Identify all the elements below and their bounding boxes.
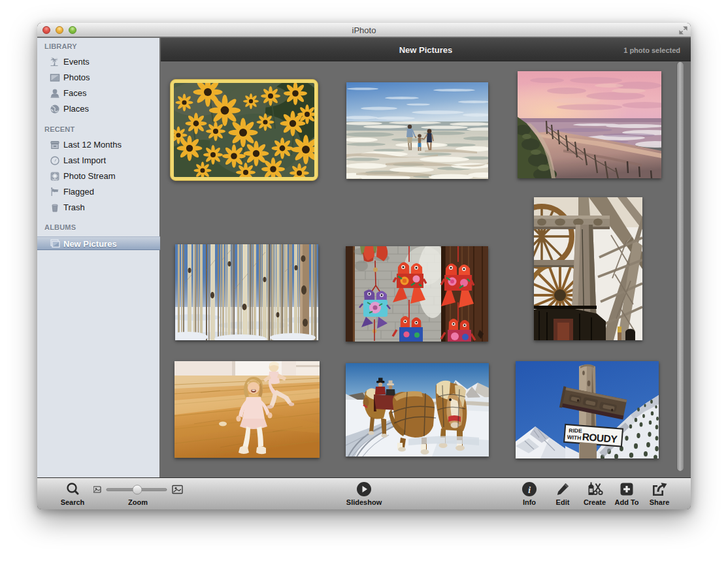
svg-text:RIDE: RIDE bbox=[569, 427, 582, 434]
svg-text:WITH: WITH bbox=[567, 434, 581, 441]
